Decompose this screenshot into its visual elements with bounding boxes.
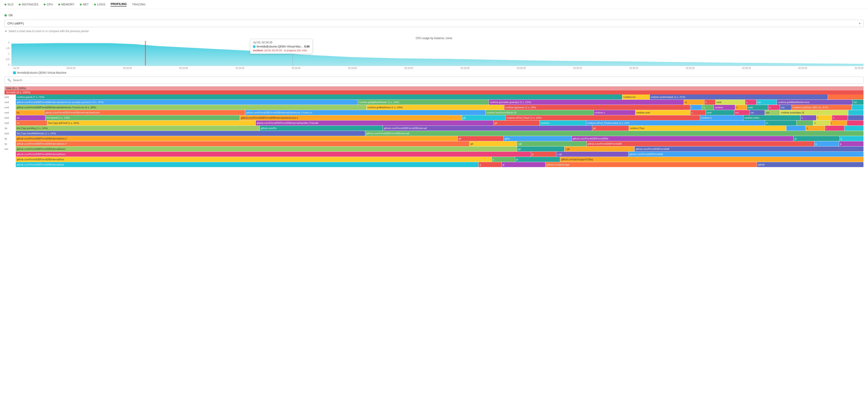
flame-block[interactable]: github.com/FerretDB/FerretDB/internal/wi… [16, 141, 469, 146]
flame-block[interactable]: runtime.(*buc [629, 126, 786, 131]
chart-area[interactable]: 2 1.5 1 0.5 0 [4, 41, 864, 66]
nav-net[interactable]: NET [80, 3, 89, 6]
flame-block[interactable]: gi [515, 157, 560, 162]
flame-block[interactable] [852, 105, 864, 110]
flame-block[interactable]: runtime.mProf_Flush (1 s, 14%) [505, 115, 700, 120]
nav-slo[interactable]: SLO [4, 3, 13, 6]
flame-block[interactable]: run [756, 100, 777, 105]
flame-block[interactable]: g [492, 157, 515, 162]
flame-block[interactable]: github.com/jackc/pgx/v5.Beg [560, 157, 864, 162]
flame-block[interactable]: fmt.Sprintf (1 s, 14%) [45, 115, 240, 120]
flame-block[interactable]: { git [564, 147, 634, 152]
flame-block[interactable]: { git [517, 141, 586, 146]
flame-block[interactable]: run [780, 105, 792, 110]
chart-plot[interactable]: Jul 03, 02:34:35 ferretdb@ubuntu-QEMU-Vi… [11, 41, 864, 66]
flame-block[interactable]: github.com/Fe [260, 126, 383, 131]
flame-block[interactable]: r [825, 126, 844, 131]
flame-block[interactable]: n [745, 100, 756, 105]
flame-block[interactable]: github.com/jackc/pgx [546, 162, 757, 167]
flame-block[interactable]: n [832, 115, 848, 120]
flame-block[interactable]: github.com/FerretDB/FerretDB/internal/ [365, 131, 864, 136]
flame-block[interactable]: n [735, 105, 747, 110]
flame-block[interactable]: github.com/FerretDB/FerretDB/internal/cl… [245, 110, 485, 115]
flame-block[interactable]: fmt.(*pp).doPrintf (1 s, 14%) [47, 121, 255, 125]
flame-block[interactable]: githu [504, 136, 571, 141]
flame-block[interactable]: ne [16, 115, 45, 120]
flame-block[interactable]: git [458, 136, 503, 141]
flame-block[interactable]: github.com/FerretDB/FerretDB/internal/ [383, 126, 592, 131]
flame-block[interactable] [786, 126, 805, 131]
flame-block[interactable]: runtime. [714, 105, 735, 110]
flame-block[interactable] [828, 94, 864, 99]
flame-block[interactable]: runtime.scanobjec (6 [780, 110, 848, 115]
flame-block[interactable]: runtime.systemstack (2 s, 21%) [650, 94, 828, 99]
flame-block[interactable]: n [690, 110, 706, 115]
flame-block[interactable]: runtime.mc [622, 94, 649, 99]
nav-tracing[interactable]: TRACING [132, 3, 146, 6]
flame-block[interactable]: github.com/FerretDB/FerretDB/internal/wi… [16, 136, 458, 141]
flame-block[interactable] [848, 115, 864, 120]
flame-block[interactable]: github.com/FerretDB/FerretDB/ir [572, 136, 794, 141]
flame-block[interactable]: github.com/FerretDB/FerretDB/internal/cl… [16, 105, 366, 110]
flame-block[interactable]: g [531, 152, 556, 157]
flame-block[interactable]: n [813, 121, 830, 125]
flame-block[interactable]: bu [16, 110, 44, 115]
flame-block[interactable]: runtime.mProf_FlushLocked (1 s, 12% [586, 121, 765, 125]
flame-block[interactable]: runtime. [540, 121, 586, 125]
flame-block[interactable]: runti [706, 110, 734, 115]
flame-block[interactable]: runtime.goexit (7 s, 72%) [16, 94, 622, 99]
flame-block[interactable]: runtime.unloc [743, 115, 800, 120]
flame-block[interactable]: github [757, 162, 864, 167]
flame-block[interactable]: runtime.scaDrain (900 ms, 9.5% [792, 105, 852, 110]
flame-block[interactable]: github.com/FerretDB/FerretDB/internal/bs… [16, 147, 517, 152]
flame-block[interactable]: github.com/FerretDB/FerretDB/internal/ha… [256, 121, 494, 125]
flame-block[interactable]: n [768, 105, 780, 110]
flame-block[interactable]: g [814, 141, 839, 146]
flame-block[interactable]: git [494, 121, 540, 125]
flame-block[interactable]: n [801, 115, 816, 120]
nav-instances[interactable]: INSTANCES [19, 3, 38, 6]
search-input[interactable] [13, 79, 861, 82]
nav-cpu[interactable]: CPU [44, 3, 53, 6]
flame-block[interactable]: github.com/FerretDB/FerretDB/internal/cl… [44, 110, 245, 115]
flame-block[interactable]: gi [502, 162, 545, 167]
flame-block[interactable]: runtime.gcbMarkWorker.func [777, 100, 852, 105]
flame-block[interactable]: git [469, 141, 517, 146]
flame-block[interactable]: runtime.s [594, 110, 635, 115]
flame-block[interactable]: ne [16, 121, 47, 125]
flame-block[interactable]: github.com/FerretDB/FerretDB/internal/cl… [240, 115, 462, 120]
flame-block[interactable]: runtime.freeSomeWbufs (8 [486, 110, 593, 115]
flame-block[interactable]: r [690, 105, 702, 110]
flame-total-row[interactable]: total (9 s, 100%) [4, 86, 864, 90]
flame-block[interactable]: f [816, 115, 832, 120]
flame-block[interactable]: run [734, 110, 749, 115]
flame-block[interactable]: r [830, 121, 847, 125]
flame-block[interactable]: ru [765, 121, 796, 125]
nav-logs[interactable]: LOGS [94, 3, 105, 6]
flame-block[interactable]: github.com/FerretDB/FerretDB/internal/bs… [16, 157, 491, 162]
flame-db-row[interactable]: ferretdb (9 s, 100%) [4, 90, 864, 94]
flame-block[interactable]: github.com/FerretDB/FerretDB/ [587, 141, 814, 146]
cpu-type-dropdown[interactable]: CPU (eBPF) ▾ [4, 20, 864, 27]
flame-block[interactable]: runtime.unlo [636, 110, 690, 115]
flame-block[interactable] [848, 110, 864, 115]
flame-block[interactable]: github.com/FerretDB/FerretDB/internal/cl… [16, 100, 358, 105]
flame-block[interactable]: gi [794, 136, 839, 141]
flame-block[interactable]: git [592, 126, 629, 131]
flame-block[interactable]: runtime.bgsweep (2 s, 19%) [504, 105, 690, 110]
flame-block[interactable]: runti [716, 100, 745, 105]
flame-block[interactable]: github.com/FerretDB/FerretDB/internal/bs… [16, 162, 478, 167]
flame-block[interactable]: g [840, 136, 864, 141]
flame-block[interactable]: github.com/FerretDB/FerretDB/internal/bs… [16, 152, 531, 157]
flame-block[interactable]: ru [684, 100, 704, 105]
flame-block[interactable]: fmt.(*pp).printArg (1 s, 14%) [16, 126, 260, 131]
flame-block[interactable]: run [852, 100, 864, 105]
nav-profiling[interactable]: PROFILING [111, 2, 127, 6]
flame-block[interactable] [847, 121, 864, 125]
flame-block[interactable]: n [705, 100, 716, 105]
flame-block[interactable]: github.com/FerretDB/FerretDB [634, 147, 864, 152]
nav-memory[interactable]: MEMORY [58, 3, 74, 6]
flame-block[interactable]: runtime.gcBgMarkWorker (1 s, 14%) [358, 100, 489, 105]
flame-block[interactable]: run [749, 110, 765, 115]
flame-block[interactable]: git [517, 147, 564, 152]
